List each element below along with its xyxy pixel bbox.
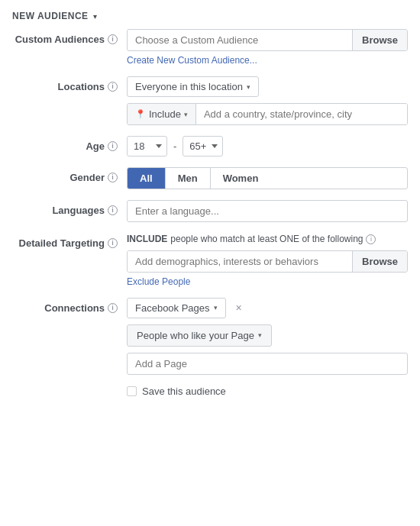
custom-audiences-row: Custom Audiences i Browse Create New Cus… [12,29,408,66]
save-audience-checkbox[interactable] [127,386,137,396]
gender-info-icon[interactable]: i [108,173,118,182]
gender-label: Gender i [12,167,127,183]
locations-content: Everyone in this location ▾ 📍 Include ▾ [127,76,408,125]
detailed-targeting-info-icon[interactable]: i [108,238,118,248]
age-row: Age i 18 21 25 35 45 55 65+ - 18 21 25 [12,136,408,157]
header-chevron-icon: ▾ [93,12,97,21]
custom-audiences-content: Browse Create New Custom Audience... [127,29,408,66]
connection-type-dropdown[interactable]: Facebook Pages ▾ [127,298,226,318]
custom-audiences-label: Custom Audiences i [12,29,127,45]
include-chevron-icon: ▾ [184,111,188,118]
age-label: Age i [12,136,127,152]
targeting-input-wrap: Browse [127,250,408,273]
age-selects: 18 21 25 35 45 55 65+ - 18 21 25 35 45 5… [127,136,408,157]
age-to-select[interactable]: 18 21 25 35 45 55 65+ [183,136,223,157]
add-page-input[interactable] [127,353,408,375]
connections-info-icon[interactable]: i [108,303,118,313]
connection-type-close-icon[interactable]: × [232,301,246,315]
age-from-select[interactable]: 18 21 25 35 45 55 65+ [127,136,167,157]
connections-content: Facebook Pages ▾ × People who like your … [127,298,408,400]
save-audience-row: Save this audience [127,382,408,400]
location-include-row: 📍 Include ▾ [127,103,408,125]
languages-row: Languages i [12,200,408,222]
languages-content [127,200,408,222]
connection-type-chevron-icon: ▾ [214,304,218,311]
save-audience-label[interactable]: Save this audience [142,386,226,397]
languages-input[interactable] [127,200,408,222]
gender-content: All Men Women [127,167,408,189]
header-title: NEW AUDIENCE [12,11,89,21]
languages-info-icon[interactable]: i [108,205,118,215]
create-custom-audience-link[interactable]: Create New Custom Audience... [127,55,408,66]
age-info-icon[interactable]: i [108,141,118,151]
gender-women-button[interactable]: Women [211,168,271,189]
gender-row: Gender i All Men Women [12,167,408,189]
location-text-input[interactable] [196,104,407,124]
exclude-people-link[interactable]: Exclude People [127,276,408,287]
form-section: Custom Audiences i Browse Create New Cus… [0,29,420,400]
connections-top-row: Facebook Pages ▾ × [127,298,408,318]
targeting-description-info-icon[interactable]: i [366,234,376,244]
location-dropdown-chevron-icon: ▾ [247,83,250,91]
languages-label: Languages i [12,200,127,216]
custom-audiences-info-icon[interactable]: i [108,34,118,44]
targeting-input[interactable] [128,251,352,272]
targeting-description: INCLUDE people who match at least ONE of… [127,233,408,246]
custom-audience-input-wrap: Browse [127,29,408,51]
gender-men-button[interactable]: Men [166,168,211,189]
custom-audience-input[interactable] [128,30,352,50]
people-like-page-button[interactable]: People who like your Page ▾ [127,324,272,347]
gender-all-button[interactable]: All [128,168,166,189]
connections-label: Connections i [12,298,127,314]
connections-row: Connections i Facebook Pages ▾ × People … [12,298,408,400]
location-type-dropdown[interactable]: Everyone in this location ▾ [127,76,259,97]
detailed-targeting-label: Detailed Targeting i [12,233,127,249]
people-btn-chevron-icon: ▾ [258,331,262,339]
pin-icon: 📍 [135,109,146,119]
include-button[interactable]: 📍 Include ▾ [128,104,196,124]
locations-row: Locations i Everyone in this location ▾ … [12,76,408,125]
age-content: 18 21 25 35 45 55 65+ - 18 21 25 35 45 5… [127,136,408,157]
locations-label: Locations i [12,76,127,92]
gender-button-group: All Men Women [127,167,408,189]
targeting-description-text: people who match at least ONE of the fol… [170,233,363,246]
detailed-targeting-row: Detailed Targeting i INCLUDE people who … [12,233,408,287]
age-dash: - [173,140,176,152]
targeting-include-strong: INCLUDE [127,233,167,246]
audience-header[interactable]: NEW AUDIENCE ▾ [0,0,420,29]
targeting-browse-button[interactable]: Browse [352,251,407,272]
locations-info-icon[interactable]: i [108,82,118,92]
custom-audience-browse-button[interactable]: Browse [352,30,407,50]
detailed-targeting-content: INCLUDE people who match at least ONE of… [127,233,408,287]
